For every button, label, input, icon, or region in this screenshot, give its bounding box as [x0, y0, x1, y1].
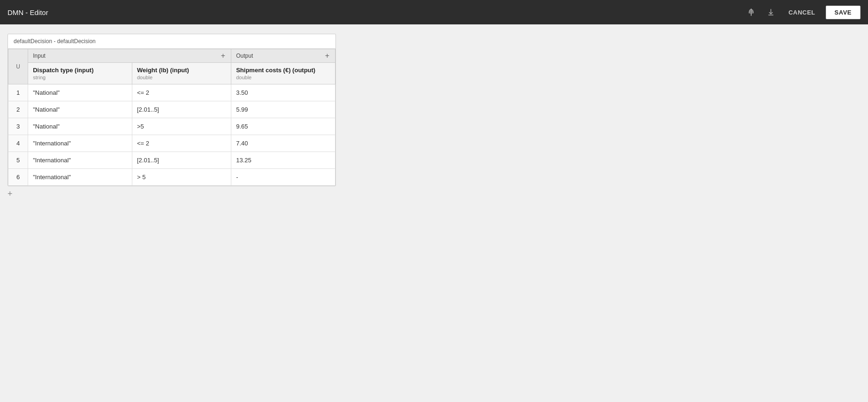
- table-row[interactable]: 1 "National" <= 2 3.50: [8, 84, 335, 101]
- u-header: U: [8, 49, 28, 84]
- row-number: 4: [8, 135, 28, 152]
- save-button[interactable]: SAVE: [826, 6, 860, 19]
- cell-dispatch[interactable]: "International": [28, 169, 132, 186]
- cell-cost[interactable]: 7.40: [231, 135, 335, 152]
- cell-weight[interactable]: [2.01..5]: [132, 152, 231, 169]
- download-icon: [767, 8, 775, 16]
- header-actions: CANCEL SAVE: [744, 5, 860, 19]
- output-section-label: Output: [236, 53, 253, 59]
- add-output-button[interactable]: +: [324, 52, 330, 60]
- table-body: 1 "National" <= 2 3.50 2 "National" [2.0…: [8, 84, 335, 186]
- download-button[interactable]: [764, 5, 778, 19]
- cell-cost[interactable]: 13.25: [231, 152, 335, 169]
- app-title: DMN - Editor: [8, 8, 48, 16]
- add-input-button[interactable]: +: [220, 52, 226, 60]
- pin-button[interactable]: [744, 5, 758, 19]
- row-number: 1: [8, 84, 28, 101]
- cell-dispatch[interactable]: "National": [28, 84, 132, 101]
- decision-table-wrapper: defaultDecision - defaultDecision U Inpu…: [8, 34, 336, 186]
- input-section-label: Input: [33, 53, 46, 59]
- cell-cost[interactable]: -: [231, 169, 335, 186]
- add-row-area: +: [8, 189, 860, 199]
- add-row-button[interactable]: +: [8, 189, 13, 199]
- table-row[interactable]: 5 "International" [2.01..5] 13.25: [8, 152, 335, 169]
- col-section-header-row: U Input + Output +: [8, 49, 335, 63]
- output-section-header: Output +: [231, 49, 335, 63]
- cell-weight[interactable]: >5: [132, 118, 231, 135]
- cell-dispatch[interactable]: "National": [28, 118, 132, 135]
- input-section-header: Input +: [28, 49, 231, 63]
- cell-cost[interactable]: 5.99: [231, 101, 335, 118]
- row-number: 2: [8, 101, 28, 118]
- header: DMN - Editor CANCEL SAVE: [0, 0, 868, 24]
- row-number: 5: [8, 152, 28, 169]
- table-row[interactable]: 6 "International" > 5 -: [8, 169, 335, 186]
- cell-dispatch[interactable]: "National": [28, 101, 132, 118]
- breadcrumb: defaultDecision - defaultDecision: [8, 34, 335, 49]
- col-header-cost: Shipment costs (€) (output) double: [231, 63, 335, 84]
- table-row[interactable]: 2 "National" [2.01..5] 5.99: [8, 101, 335, 118]
- cell-cost[interactable]: 9.65: [231, 118, 335, 135]
- table-row[interactable]: 4 "International" <= 2 7.40: [8, 135, 335, 152]
- row-number: 6: [8, 169, 28, 186]
- cell-weight[interactable]: <= 2: [132, 84, 231, 101]
- col-sub-header-row: Dispatch type (input) string Weight (lb)…: [8, 63, 335, 84]
- cell-dispatch[interactable]: "International": [28, 135, 132, 152]
- cancel-button[interactable]: CANCEL: [784, 6, 820, 19]
- table-row[interactable]: 3 "National" >5 9.65: [8, 118, 335, 135]
- pin-icon: [747, 8, 755, 16]
- cell-dispatch[interactable]: "International": [28, 152, 132, 169]
- col-header-dispatch: Dispatch type (input) string: [28, 63, 132, 84]
- cell-weight[interactable]: <= 2: [132, 135, 231, 152]
- dmn-table: U Input + Output +: [8, 49, 335, 186]
- cell-weight[interactable]: > 5: [132, 169, 231, 186]
- col-header-weight: Weight (lb) (input) double: [132, 63, 231, 84]
- main-content: defaultDecision - defaultDecision U Inpu…: [0, 24, 868, 208]
- cell-weight[interactable]: [2.01..5]: [132, 101, 231, 118]
- cell-cost[interactable]: 3.50: [231, 84, 335, 101]
- row-number: 3: [8, 118, 28, 135]
